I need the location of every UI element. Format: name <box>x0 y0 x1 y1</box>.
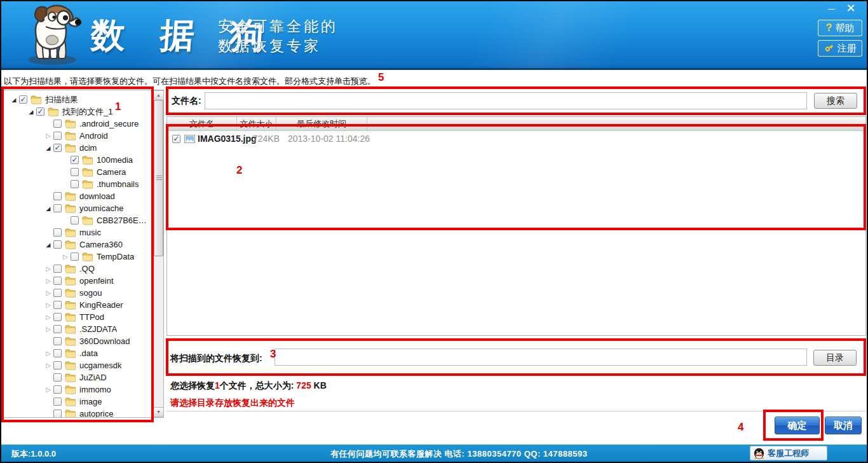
expand-arrow-icon[interactable]: ▷ <box>60 253 71 260</box>
checkbox[interactable] <box>53 361 62 370</box>
expand-arrow-icon[interactable]: ▷ <box>43 314 53 321</box>
checkbox[interactable] <box>53 192 62 200</box>
scroll-down-icon[interactable]: ▼ <box>153 407 164 417</box>
expand-arrow-icon[interactable]: ▷ <box>43 132 53 139</box>
expand-arrow-icon[interactable]: ◢ <box>26 109 36 115</box>
checkbox[interactable] <box>53 204 62 212</box>
checkbox[interactable] <box>53 349 62 357</box>
cancel-button[interactable]: 取消 <box>825 417 862 434</box>
register-button[interactable]: 注册 <box>818 40 862 57</box>
tree-item[interactable]: ▷Android <box>4 130 151 142</box>
tree-item[interactable]: ▷TempData <box>4 251 151 263</box>
tree-item[interactable]: image <box>4 396 151 408</box>
tree-item[interactable]: CBB27B6EF764... <box>4 214 151 226</box>
expand-arrow-icon[interactable]: ▷ <box>43 265 53 272</box>
expand-arrow-icon[interactable]: ▷ <box>43 350 53 357</box>
key-icon <box>824 43 834 55</box>
tree-item[interactable]: ◢✓扫描结果 <box>4 93 151 106</box>
checkbox[interactable] <box>53 240 62 249</box>
checkbox[interactable]: ✓ <box>19 95 27 104</box>
column-header-modified[interactable]: 最后修改时间 <box>276 117 367 130</box>
tree-item[interactable]: ◢✓找到的文件_1 <box>4 106 151 118</box>
tree-item[interactable]: ◢✓dcim <box>4 142 151 154</box>
checkbox[interactable]: ✓ <box>53 144 62 152</box>
checkbox[interactable] <box>53 120 62 128</box>
tree-item[interactable]: ◢Camera360 <box>4 238 151 251</box>
checkbox[interactable] <box>53 313 62 321</box>
expand-arrow-icon[interactable]: ▷ <box>43 301 53 308</box>
search-button[interactable]: 搜索 <box>814 93 857 109</box>
service-engineer-button[interactable]: 客服工程师 <box>750 446 827 460</box>
checkbox[interactable] <box>53 132 62 140</box>
tree-item[interactable]: .thumbnails <box>4 178 151 190</box>
titlebar: 数 据 狗 安全可靠全能的 数据恢复专家 ─ ✕ ? 帮助 注册 <box>0 0 868 70</box>
expand-arrow-icon[interactable]: ▷ <box>43 386 53 393</box>
checkbox[interactable]: ✓ <box>172 135 180 143</box>
tree-item[interactable]: JuZiAD <box>4 371 151 384</box>
minimize-icon[interactable]: ─ <box>824 2 840 16</box>
tree-item[interactable]: ▷openfeint <box>4 275 151 287</box>
tree-item[interactable]: ✓100media <box>4 154 151 166</box>
tree-item[interactable]: ▷sogou <box>4 287 151 299</box>
tree-item[interactable]: ▷.QQ <box>4 263 151 275</box>
checkbox[interactable] <box>53 301 62 309</box>
tree-item[interactable]: Camera <box>4 166 151 178</box>
tree-item-label: openfeint <box>79 276 114 286</box>
tree-item[interactable]: .android_secure <box>4 118 151 130</box>
checkbox[interactable] <box>53 385 62 394</box>
ok-button[interactable]: 确定 <box>775 417 820 434</box>
filename-input[interactable] <box>205 92 807 109</box>
file-row[interactable]: ✓IMAG0315.jpg724KB2013-10-02 11:04:26 <box>167 132 865 146</box>
divider <box>166 411 866 411</box>
checkbox[interactable] <box>53 289 62 297</box>
tree-item[interactable]: ▷TTPod <box>4 311 151 323</box>
tree-item[interactable]: ▷KingReader <box>4 299 151 311</box>
tree-item[interactable]: 360Download <box>4 335 151 347</box>
expand-arrow-icon[interactable]: ◢ <box>43 242 53 248</box>
checkbox[interactable] <box>71 180 79 188</box>
filename-label: 文件名: <box>172 95 201 107</box>
scroll-up-icon[interactable]: ▲ <box>153 90 164 100</box>
tree-item[interactable]: download <box>4 190 151 202</box>
checkbox[interactable] <box>53 325 62 333</box>
folder-icon <box>82 180 93 189</box>
checkbox[interactable] <box>53 337 62 345</box>
column-header-name[interactable]: 文件名 <box>167 117 237 130</box>
recover-path-input[interactable] <box>275 349 807 366</box>
close-icon[interactable]: ✕ <box>843 1 859 15</box>
tree-item-label: JuZiAD <box>79 373 107 382</box>
folder-icon <box>82 156 93 165</box>
folder-icon <box>82 168 93 177</box>
expand-arrow-icon[interactable]: ▷ <box>43 289 53 296</box>
tree-item-label: sogou <box>79 288 102 298</box>
expand-arrow-icon[interactable]: ◢ <box>43 145 53 151</box>
tree-item[interactable]: autoprice <box>4 408 151 418</box>
help-button[interactable]: ? 帮助 <box>818 20 862 36</box>
column-header-size[interactable]: 文件大小 <box>237 117 276 130</box>
tree-item[interactable]: ◢youmicache <box>4 202 151 214</box>
tree-item[interactable]: ▷.data <box>4 347 151 359</box>
expand-arrow-icon[interactable]: ▷ <box>43 362 53 369</box>
checkbox[interactable]: ✓ <box>71 156 79 164</box>
checkbox[interactable] <box>53 410 62 418</box>
checkbox[interactable] <box>53 397 62 406</box>
checkbox[interactable] <box>71 252 79 261</box>
directory-button[interactable]: 目录 <box>813 350 857 366</box>
checkbox[interactable] <box>71 216 79 225</box>
tree-scrollbar[interactable]: ▲ ▼ <box>153 90 163 417</box>
checkbox[interactable] <box>53 277 62 285</box>
expand-arrow-icon[interactable]: ▷ <box>43 277 53 284</box>
checkbox[interactable]: ✓ <box>36 107 44 116</box>
tree-item[interactable]: ▷.SZJDATA <box>4 323 151 335</box>
checkbox[interactable] <box>53 265 62 273</box>
tree-item[interactable]: ▷ucgamesdk <box>4 359 151 371</box>
checkbox[interactable] <box>71 168 79 176</box>
tree-item[interactable]: music <box>4 226 151 238</box>
tree-item[interactable]: ▷immomo <box>4 384 151 396</box>
expand-arrow-icon[interactable]: ▷ <box>43 326 53 333</box>
expand-arrow-icon[interactable]: ◢ <box>43 205 53 212</box>
checkbox[interactable] <box>53 373 62 382</box>
checkbox[interactable] <box>53 228 62 237</box>
scrollbar-thumb[interactable] <box>154 100 163 256</box>
expand-arrow-icon[interactable]: ◢ <box>9 97 19 103</box>
